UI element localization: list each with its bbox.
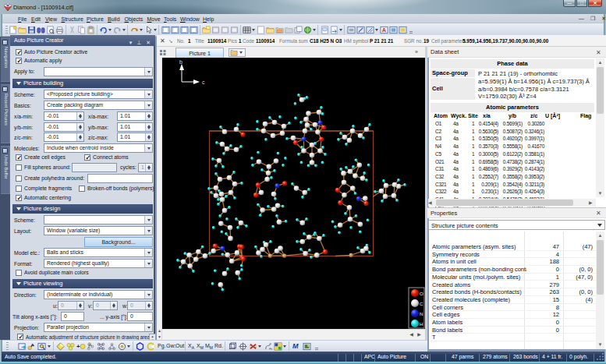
svg-text:A: A	[382, 27, 387, 34]
svg-text:c: c	[202, 80, 205, 85]
svg-text:Fe: Fe	[269, 347, 272, 351]
svg-text:O: O	[420, 292, 423, 296]
svg-text:b: b	[179, 59, 183, 65]
svg-text:H: H	[420, 322, 423, 327]
svg-text:C: C	[420, 302, 423, 306]
svg-text:N: N	[420, 312, 423, 316]
